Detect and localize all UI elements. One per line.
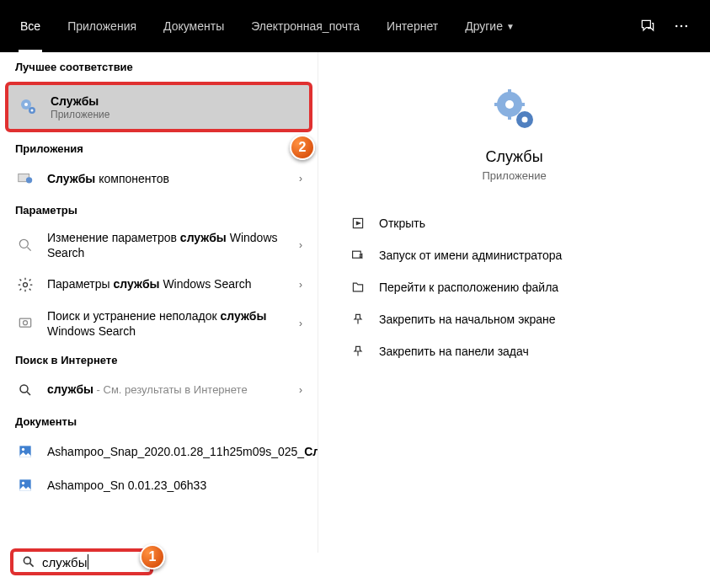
action-open[interactable]: Открыть — [335, 207, 693, 239]
section-web: Поиск в Интернете — [0, 345, 318, 373]
feedback-icon[interactable] — [639, 18, 656, 35]
action-list: Открыть Запуск от имени администратора П… — [335, 207, 693, 367]
section-documents: Документы — [0, 407, 318, 435]
folder-icon — [350, 280, 366, 295]
result-setting-1[interactable]: Изменение параметров службы Windows Sear… — [0, 223, 318, 267]
result-setting-2[interactable]: Параметры службы Windows Search › — [0, 268, 318, 302]
svg-point-9 — [19, 240, 28, 249]
result-title: Поиск и устранение неполадок службы Wind… — [47, 308, 299, 339]
services-icon — [19, 97, 39, 117]
svg-rect-25 — [520, 103, 525, 106]
admin-icon — [350, 248, 366, 263]
result-app-components[interactable]: Службы компонентов › — [0, 162, 318, 195]
pin-start-icon — [350, 312, 366, 327]
section-best-match: Лучшее соответствие — [0, 52, 318, 80]
open-icon — [350, 216, 366, 231]
result-best-match[interactable]: Службы Приложение — [5, 82, 312, 132]
result-title: Изменение параметров службы Windows Sear… — [47, 230, 299, 260]
svg-point-8 — [26, 177, 32, 183]
chevron-right-icon: › — [299, 318, 302, 329]
tab-email[interactable]: Электронная_почта — [238, 0, 373, 52]
action-pin-taskbar[interactable]: Закрепить на панели задач — [335, 335, 693, 367]
section-settings: Параметры — [0, 195, 318, 223]
more-icon[interactable] — [673, 18, 690, 35]
search-icon — [15, 380, 35, 400]
result-subtitle: Приложение — [51, 109, 299, 120]
action-open-location[interactable]: Перейти к расположению файла — [335, 271, 693, 303]
tab-apps[interactable]: Приложения — [54, 0, 150, 52]
preview-services-icon — [491, 86, 538, 133]
chevron-right-icon: › — [299, 384, 302, 396]
tab-all[interactable]: Все — [7, 0, 54, 52]
svg-line-15 — [27, 392, 30, 395]
svg-point-11 — [24, 282, 28, 286]
result-title: Службы компонентов — [47, 171, 299, 186]
component-services-icon — [15, 168, 35, 189]
result-doc-1[interactable]: Ashampoo_Snap_2020.01.28_11h25m09s_025_С… — [0, 435, 318, 468]
svg-rect-12 — [19, 318, 30, 327]
result-title: службы - См. результаты в Интернете — [47, 382, 299, 398]
result-setting-3[interactable]: Поиск и устранение неполадок службы Wind… — [0, 302, 318, 345]
action-label: Запуск от имени администратора — [379, 249, 562, 262]
svg-rect-23 — [508, 115, 511, 120]
preview-panel: Службы Приложение Открыть Запуск от имен… — [318, 52, 710, 553]
header-right — [639, 18, 703, 35]
search-bar: службы — [10, 546, 700, 578]
svg-point-13 — [24, 320, 28, 324]
preview-subtitle: Приложение — [482, 169, 546, 182]
preview-title: Службы — [485, 148, 542, 166]
search-input-text[interactable]: службы — [42, 555, 88, 569]
gear-icon — [15, 275, 35, 295]
action-label: Открыть — [379, 216, 425, 230]
header-tabs: Все Приложения Документы Электронная_поч… — [7, 0, 639, 52]
svg-point-0 — [675, 25, 678, 28]
image-file-icon — [15, 441, 35, 462]
chevron-right-icon: › — [299, 173, 302, 184]
svg-rect-24 — [494, 103, 499, 106]
result-title: Параметры службы Windows Search — [47, 276, 299, 291]
svg-point-32 — [24, 557, 30, 564]
result-title: Ashampoo_Sn 0.01.23_06h33 — [47, 478, 302, 493]
search-settings-icon — [15, 235, 35, 255]
action-label: Перейти к расположению файла — [379, 281, 558, 294]
results-panel: Лучшее соответствие Службы Приложение Пр… — [0, 52, 318, 553]
tab-documents[interactable]: Документы — [150, 0, 238, 52]
tab-internet[interactable]: Интернет — [373, 0, 451, 52]
svg-point-2 — [686, 25, 688, 28]
chevron-right-icon: › — [299, 239, 302, 251]
section-apps: Приложения — [0, 134, 318, 162]
svg-point-4 — [24, 103, 28, 106]
text-cursor — [88, 554, 88, 569]
tab-more[interactable]: Другие▼ — [451, 0, 528, 52]
action-label: Закрепить на начальном экране — [379, 313, 556, 326]
svg-point-14 — [20, 385, 28, 393]
annotation-badge-2: 2 — [290, 135, 315, 160]
troubleshoot-icon — [15, 313, 35, 334]
svg-point-19 — [22, 482, 24, 484]
action-pin-start[interactable]: Закрепить на начальном экране — [335, 303, 693, 335]
svg-point-1 — [681, 25, 683, 28]
pin-taskbar-icon — [350, 344, 366, 359]
header-bar: Все Приложения Документы Электронная_поч… — [0, 0, 710, 52]
image-file-icon — [15, 475, 35, 495]
action-run-admin[interactable]: Запуск от имени администратора — [335, 239, 693, 271]
result-web-1[interactable]: службы - См. результаты в Интернете › — [0, 373, 318, 407]
result-doc-2[interactable]: Ashampoo_Sn 0.01.23_06h33 — [0, 468, 318, 502]
chevron-down-icon: ▼ — [506, 22, 515, 31]
svg-line-10 — [28, 248, 31, 251]
svg-line-33 — [30, 564, 34, 567]
result-title: Ashampoo_Snap_2020.01.28_11h25m09s_025_С… — [47, 444, 318, 459]
svg-rect-22 — [508, 89, 511, 94]
result-title: Службы — [51, 94, 299, 109]
chevron-right-icon: › — [299, 279, 302, 291]
search-box[interactable]: службы — [10, 548, 153, 575]
annotation-badge-1: 1 — [140, 544, 165, 569]
svg-point-21 — [505, 100, 514, 109]
svg-point-17 — [22, 448, 24, 451]
svg-point-6 — [31, 110, 34, 112]
svg-point-27 — [521, 117, 527, 123]
action-label: Закрепить на панели задач — [379, 345, 529, 358]
search-icon — [22, 555, 35, 569]
